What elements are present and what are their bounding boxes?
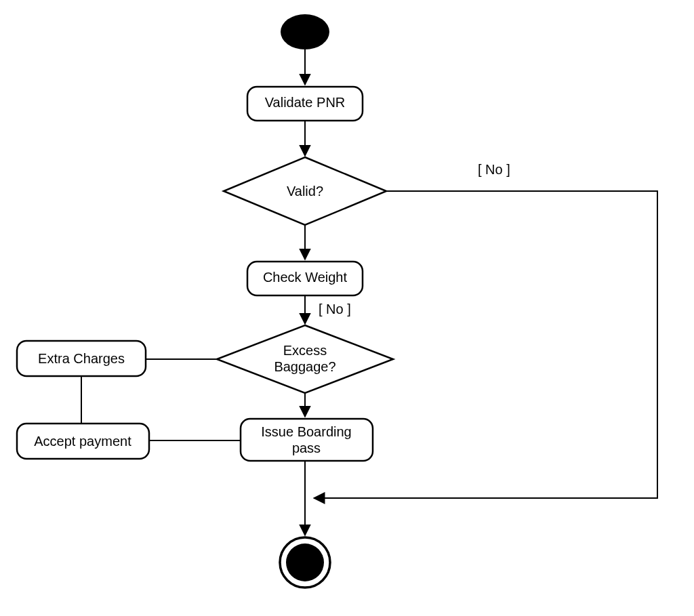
activity-extra-charges: Extra Charges <box>17 341 146 376</box>
validate-pnr-label: Validate PNR <box>265 95 346 110</box>
activity-issue-boarding-pass: Issue Boarding pass <box>241 419 373 461</box>
issue-bp-label-2: pass <box>292 440 321 455</box>
guard-valid-no: [ No ] <box>478 162 510 177</box>
extra-charges-label: Extra Charges <box>38 351 125 366</box>
accept-payment-label: Accept payment <box>34 434 131 449</box>
check-weight-label: Check Weight <box>263 270 348 285</box>
activity-check-weight: Check Weight <box>247 262 363 295</box>
svg-point-9 <box>286 543 324 581</box>
excess-label-2: Baggage? <box>274 359 335 374</box>
excess-label-1: Excess <box>283 343 327 358</box>
initial-node <box>281 14 329 49</box>
valid-label: Valid? <box>287 184 323 199</box>
guard-excess-no: [ No ] <box>319 302 351 316</box>
activity-diagram: Validate PNR Valid? [ No ] Check Weight … <box>0 0 694 616</box>
activity-accept-payment: Accept payment <box>17 424 149 459</box>
final-node <box>280 537 330 588</box>
decision-excess-baggage: Excess Baggage? <box>217 325 393 393</box>
decision-valid: Valid? <box>224 157 386 225</box>
issue-bp-label-1: Issue Boarding <box>261 424 351 439</box>
activity-validate-pnr: Validate PNR <box>247 87 363 121</box>
svg-point-0 <box>281 14 329 49</box>
